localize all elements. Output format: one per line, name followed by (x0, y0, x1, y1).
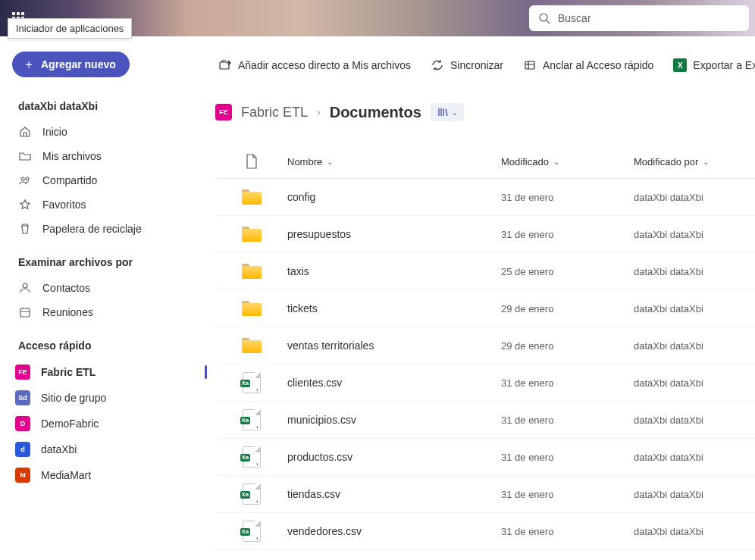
breadcrumb: FE Fabric ETL › Documentos ⌄ (212, 79, 755, 135)
folder-icon (242, 301, 262, 316)
csv-file-icon: Xa, (243, 372, 261, 393)
nav-label: Inicio (42, 126, 67, 138)
nav-label: Favoritos (42, 199, 86, 211)
add-new-button[interactable]: ＋ Agregar nuevo (12, 52, 130, 77)
nav-label: Compartido (42, 174, 97, 186)
people-icon (18, 174, 32, 186)
file-type-column-icon[interactable] (246, 154, 258, 169)
search-icon (538, 12, 550, 24)
file-name: clientes.csv (287, 377, 501, 389)
header-label: Nombre (287, 156, 322, 167)
file-row[interactable]: ventas territoriales29 de enerodataXbi d… (215, 327, 755, 364)
site-badge-icon: Sd (15, 390, 30, 405)
file-row[interactable]: taxis25 de enerodataXbi dataXbi (215, 253, 755, 290)
file-modified: 31 de enero (501, 415, 634, 426)
nav-meetings[interactable]: Reuniones (0, 300, 212, 324)
nav-contacts[interactable]: Contactos (0, 276, 212, 300)
cmd-pin-quick-access[interactable]: Anclar al Acceso rápido (523, 58, 653, 72)
folder-icon (242, 264, 262, 279)
view-switcher[interactable]: ⌄ (431, 103, 464, 121)
file-modified: 29 de enero (501, 303, 634, 314)
file-row[interactable]: Xa,municipios.csv31 de enerodataXbi data… (215, 402, 755, 439)
file-row[interactable]: Xa,clientes.csv31 de enerodataXbi dataXb… (215, 364, 755, 402)
column-header-name[interactable]: Nombre ⌄ (287, 156, 501, 167)
site-badge-icon: M (15, 468, 30, 483)
cmd-export-excel[interactable]: X Exportar a Excel (673, 58, 755, 72)
file-modified-by: dataXbi dataXbi (634, 229, 755, 240)
file-name: config (287, 191, 501, 203)
nav-favorites[interactable]: Favoritos (0, 192, 212, 217)
top-bar: Iniciador de aplicaciones (0, 0, 755, 36)
quick-access-label: dataXbi (41, 443, 77, 455)
folder-icon (242, 189, 262, 205)
file-row[interactable]: presupuestos31 de enerodataXbi dataXbi (215, 216, 755, 253)
svg-rect-7 (525, 61, 534, 69)
cmd-add-shortcut[interactable]: Añadir acceso directo a Mis archivos (218, 58, 411, 72)
file-modified-by: dataXbi dataXbi (634, 377, 755, 389)
command-bar: Añadir acceso directo a Mis archivos Sin… (212, 36, 755, 79)
file-modified: 31 de enero (501, 489, 634, 500)
chevron-down-icon: ⌄ (553, 158, 559, 166)
search-box[interactable] (529, 5, 749, 31)
svg-point-2 (21, 177, 24, 180)
file-list: Nombre ⌄ Modificado ⌄ Modificado por ⌄ c… (215, 144, 755, 560)
quick-access-item[interactable]: SdSitio de grupo (0, 385, 212, 411)
user-heading: dataXbi dataXbi (0, 95, 212, 120)
svg-line-1 (547, 20, 550, 23)
file-modified: 25 de enero (501, 266, 634, 277)
nav-shared[interactable]: Compartido (0, 168, 212, 192)
file-modified-by: dataXbi dataXbi (634, 489, 755, 500)
add-new-label: Agregar nuevo (41, 58, 116, 70)
file-modified: 29 de enero (501, 340, 634, 352)
chevron-down-icon: ⌄ (452, 108, 458, 117)
file-modified-by: dataXbi dataXbi (634, 415, 755, 426)
cmd-sync[interactable]: Sincronizar (431, 58, 503, 72)
plus-icon: ＋ (23, 58, 35, 70)
file-row[interactable]: tickets29 de enerodataXbi dataXbi (215, 290, 755, 327)
nav-label: Reuniones (42, 306, 93, 318)
site-badge-icon: D (15, 416, 30, 431)
quick-access-label: DemoFabric (41, 418, 99, 430)
nav-home[interactable]: Inicio (0, 120, 212, 144)
quick-access-item[interactable]: ddataXbi (0, 436, 212, 462)
file-row[interactable]: Xa,tiendas.csv31 de enerodataXbi dataXbi (215, 476, 755, 513)
table-header: Nombre ⌄ Modificado ⌄ Modificado por ⌄ (215, 145, 755, 179)
search-input[interactable] (558, 12, 740, 24)
file-modified: 31 de enero (501, 452, 634, 463)
column-header-modified-by[interactable]: Modificado por ⌄ (634, 156, 755, 167)
svg-point-0 (540, 14, 547, 21)
quick-access-item[interactable]: FEFabric ETL (0, 359, 212, 385)
header-label: Modificado (501, 156, 549, 167)
file-modified-by: dataXbi dataXbi (634, 266, 755, 277)
star-icon (18, 199, 32, 211)
file-row[interactable]: config31 de enerodataXbi dataXbi (215, 179, 755, 216)
chevron-down-icon: ⌄ (327, 158, 333, 166)
sync-icon (431, 58, 444, 72)
folder-icon (242, 227, 262, 242)
quick-access-item[interactable]: MMediaMart (0, 462, 212, 488)
file-modified-by: dataXbi dataXbi (634, 303, 755, 314)
nav-recycle-bin[interactable]: Papelera de reciclaje (0, 217, 212, 241)
file-row[interactable]: Xa,vendedores.csv31 de enerodataXbi data… (215, 513, 755, 550)
shortcut-icon (218, 58, 232, 72)
nav-label: Mis archivos (42, 150, 102, 162)
column-header-modified[interactable]: Modificado ⌄ (501, 156, 634, 167)
home-icon (18, 126, 32, 138)
app-launcher-tooltip: Iniciador de aplicaciones (8, 18, 132, 39)
sidebar: ＋ Agregar nuevo dataXbi dataXbi Inicio M… (0, 36, 212, 560)
nav-my-files[interactable]: Mis archivos (0, 144, 212, 168)
file-modified-by: dataXbi dataXbi (634, 192, 755, 203)
library-icon (437, 106, 449, 118)
file-modified-by: dataXbi dataXbi (634, 340, 755, 352)
breadcrumb-site-link[interactable]: Fabric ETL (241, 105, 308, 120)
file-row[interactable]: Xa,productos.csv31 de enerodataXbi dataX… (215, 439, 755, 476)
quick-access-item[interactable]: DDemoFabric (0, 411, 212, 436)
cmd-label: Exportar a Excel (693, 59, 755, 71)
nav-label: Papelera de reciclaje (42, 223, 142, 235)
quick-access-label: MediaMart (41, 469, 91, 481)
cmd-label: Sincronizar (450, 59, 503, 71)
file-name: presupuestos (287, 228, 501, 240)
file-name: tickets (287, 302, 501, 314)
main-content: Añadir acceso directo a Mis archivos Sin… (212, 36, 755, 560)
cmd-label: Añadir acceso directo a Mis archivos (238, 59, 411, 71)
